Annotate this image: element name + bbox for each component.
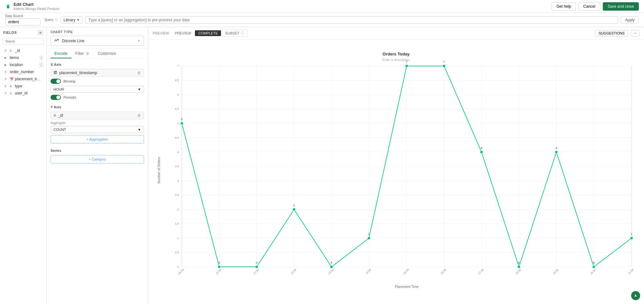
- svg-text:5.5: 5.5: [175, 107, 179, 111]
- cancel-button[interactable]: Cancel: [579, 2, 600, 11]
- svg-text:1: 1: [368, 232, 370, 236]
- chart-area: PREVIEW PREVIEW COMPLETE SUBSET ⓘ SUGGES…: [148, 27, 644, 304]
- tab-encode[interactable]: Encode: [51, 49, 72, 58]
- query-input[interactable]: [85, 16, 618, 24]
- add-field-button[interactable]: +: [37, 30, 43, 35]
- svg-text:0.5: 0.5: [175, 251, 179, 254]
- svg-text:0: 0: [593, 261, 595, 264]
- x-axis-field-name: placement_timestamp: [59, 71, 135, 75]
- tab-subset[interactable]: SUBSET ⓘ: [222, 30, 247, 37]
- chart-svg: Orders Today Enter a description Number …: [155, 43, 638, 298]
- fields-panel: FIELDS + # A _id ▶ items [] ▶ location {…: [0, 27, 47, 304]
- data-point-1600: [443, 64, 446, 67]
- data-point-1400: [367, 237, 370, 240]
- svg-text:20:00: 20:00: [590, 268, 597, 275]
- y-axis-section: Y Axis A _id 🗑 Aggregate COUNT ▼ + Aggre…: [51, 105, 144, 143]
- get-help-button[interactable]: Get help: [552, 2, 576, 11]
- svg-text:2: 2: [293, 204, 295, 207]
- querybar: Data Source Query ⓘ Library ▼ Apply: [0, 13, 644, 27]
- tab-complete[interactable]: COMPLETE: [195, 30, 221, 36]
- binning-toggle[interactable]: [51, 79, 61, 84]
- y-axis-title: Number of Orders: [157, 157, 161, 183]
- hash-icon-order: #: [3, 70, 8, 74]
- y-axis-field-type-icon: A: [53, 113, 56, 117]
- svg-text:4: 4: [481, 146, 482, 150]
- apply-button[interactable]: Apply: [621, 16, 639, 24]
- field-item-order-number[interactable]: # order_number: [0, 68, 46, 75]
- bin-value-select[interactable]: HOUR ▼: [51, 86, 144, 93]
- svg-text:0: 0: [218, 261, 220, 264]
- fields-header: FIELDS +: [0, 27, 46, 37]
- search-field-input[interactable]: [3, 38, 44, 44]
- svg-text:7: 7: [443, 60, 445, 64]
- encode-tabs: Encode Filter 1 Customize: [47, 49, 148, 59]
- svg-text:17:00: 17:00: [477, 268, 485, 275]
- string-type-icon: A: [10, 49, 13, 53]
- datasource-input[interactable]: [5, 18, 41, 25]
- svg-text:6: 6: [177, 93, 179, 96]
- filter-badge: 1: [85, 52, 90, 55]
- hash-icon: #: [3, 49, 8, 53]
- hash-icon-type: #: [3, 84, 8, 88]
- field-item-user-id[interactable]: # A user_id: [0, 90, 46, 97]
- fields-title: FIELDS: [3, 31, 17, 34]
- chart-type-select[interactable]: Discrete Line ▼: [51, 36, 144, 46]
- field-item-type[interactable]: # A type: [0, 83, 46, 90]
- field-item-id[interactable]: # A _id: [0, 47, 46, 54]
- x-axis-field-chip: cal placement_timestamp 🗑: [51, 69, 144, 77]
- svg-text:3: 3: [177, 179, 179, 182]
- expand-icon-items: ▶: [3, 56, 8, 59]
- add-category-button[interactable]: + Category: [51, 155, 144, 163]
- svg-text:3.5: 3.5: [175, 165, 179, 168]
- x-axis-field-delete[interactable]: 🗑: [137, 71, 141, 75]
- svg-text:12:00: 12:00: [290, 268, 297, 275]
- data-point-1200: [293, 208, 295, 211]
- svg-text:10:00: 10:00: [215, 268, 222, 275]
- periodic-label: Periodic: [63, 95, 76, 99]
- periodic-toggle[interactable]: [51, 95, 61, 100]
- aggregate-select[interactable]: COUNT ▼: [51, 126, 144, 133]
- library-button[interactable]: Library ▼: [61, 16, 82, 24]
- avatar[interactable]: A: [631, 291, 640, 300]
- tab-filter[interactable]: Filter 1: [72, 49, 94, 58]
- x-axis-label: X Axis: [51, 63, 144, 66]
- svg-text:21:00: 21:00: [627, 268, 634, 275]
- field-item-placement-timestamp[interactable]: # 📅 placement_timestamp: [0, 75, 46, 83]
- config-panel: CHART TYPE Discrete Line ▼ Encode Filter…: [47, 27, 148, 304]
- suggestions-button[interactable]: SUGGESTIONS: [595, 30, 628, 36]
- chart-svg-container: Orders Today Enter a description Number …: [148, 40, 644, 304]
- x-axis-title: Placement Time: [395, 285, 418, 289]
- query-info-icon: ⓘ: [54, 17, 58, 22]
- data-point-1500: [405, 64, 408, 67]
- topbar-title: Edit Chart: [14, 2, 59, 7]
- chart-type-section: CHART TYPE Discrete Line ▼: [47, 27, 148, 49]
- chart-type-name: Discrete Line: [62, 39, 135, 43]
- add-aggregation-button[interactable]: + Aggregation: [51, 135, 144, 143]
- x-axis-section: X Axis cal placement_timestamp 🗑 Binning: [51, 63, 144, 100]
- app-logo: [5, 4, 11, 9]
- data-point-2000: [592, 265, 595, 268]
- tab-customize[interactable]: Customize: [94, 49, 120, 58]
- main-layout: FIELDS + # A _id ▶ items [] ▶ location {…: [0, 27, 644, 304]
- str-type-icon3: A: [10, 92, 13, 95]
- field-item-location[interactable]: ▶ location {}: [0, 61, 46, 68]
- field-item-items[interactable]: ▶ items []: [0, 54, 46, 61]
- svg-text:7: 7: [406, 60, 408, 64]
- y-axis-field-delete[interactable]: 🗑: [137, 113, 141, 118]
- svg-text:1.5: 1.5: [175, 222, 179, 225]
- svg-text:4: 4: [177, 151, 179, 154]
- svg-text:18:00: 18:00: [515, 268, 522, 275]
- bin-value-chevron: ▼: [138, 87, 141, 91]
- svg-text:4.5: 4.5: [175, 136, 179, 139]
- data-point-1700: [480, 151, 483, 153]
- svg-text:13:00: 13:00: [327, 268, 334, 275]
- svg-text:5: 5: [181, 118, 183, 121]
- svg-text:6.5: 6.5: [175, 79, 179, 82]
- save-close-button[interactable]: Save and close: [603, 2, 639, 11]
- binning-toggle-row: Binning: [51, 79, 144, 84]
- more-options-button[interactable]: ···: [631, 30, 639, 36]
- data-point-1100: [255, 265, 258, 268]
- tab-preview[interactable]: PREVIEW: [172, 30, 195, 36]
- library-label: Library: [63, 18, 75, 22]
- chart-type-chevron: ▼: [137, 39, 140, 43]
